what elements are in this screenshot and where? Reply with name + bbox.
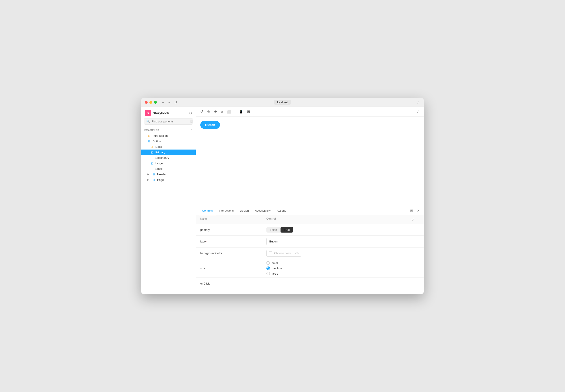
toolbar-divider <box>235 110 235 114</box>
sidebar-item-large[interactable]: ◱ Large <box>141 161 196 166</box>
radio-medium[interactable]: medium <box>266 266 282 270</box>
logo-icon: S <box>145 110 151 116</box>
panel-actions: ⊞ ✕ <box>409 208 421 214</box>
url-bar: localhost <box>274 100 291 105</box>
logo-text: Storybook <box>153 111 169 115</box>
logo-letter: S <box>147 111 149 115</box>
tab-label: Controls <box>202 209 213 212</box>
table-row: primary False True <box>196 224 424 236</box>
search-input[interactable] <box>152 120 189 123</box>
reset-column-header: ↺ <box>410 217 419 222</box>
sidebar-item-button[interactable]: ⊞ Button <box>141 139 196 144</box>
toggle-primary[interactable]: False True <box>266 227 293 233</box>
preview-button[interactable]: Button <box>200 121 220 129</box>
fullscreen-icon[interactable]: ⬜ <box>226 109 233 114</box>
controls-table: Name Control ↺ primary False True <box>196 215 424 294</box>
preview-toolbar: ↺ ⊖ ⊕ ⌕ ⬜ 📱 ⊞ ⛶ ⤢ <box>196 107 424 116</box>
component-icon: ⊞ <box>152 178 155 182</box>
toggle-false[interactable]: False <box>266 227 280 233</box>
sidebar-item-page[interactable]: ▶ ⊞ Page <box>141 177 196 182</box>
reset-all-button[interactable]: ↺ <box>410 217 415 222</box>
sidebar-item-label: Page <box>157 178 164 182</box>
row-control-onclick: - <box>266 282 419 285</box>
app-window: ← → ↺ localhost ⤢ S Storybook ⚙ <box>141 98 424 294</box>
nav-buttons: ← → ↺ <box>160 100 178 105</box>
zoom-in-icon[interactable]: ⊕ <box>213 109 218 114</box>
radio-large[interactable]: large <box>266 272 282 275</box>
mobile-icon[interactable]: 📱 <box>237 109 244 114</box>
color-picker[interactable]: Choose color... </> <box>266 250 301 257</box>
sidebar-item-label: Button <box>153 140 161 143</box>
back-button[interactable]: ← <box>160 100 165 105</box>
color-swatch <box>269 252 272 255</box>
story-icon: ◱ <box>150 167 154 170</box>
component-icon: ⊞ <box>152 173 155 176</box>
tab-accessibility[interactable]: Accessibility <box>252 206 274 215</box>
doc-icon: 🗋 <box>150 145 154 148</box>
titlebar: ← → ↺ localhost ⤢ <box>141 98 424 107</box>
zoom-out-icon[interactable]: ⊖ <box>206 109 211 114</box>
tab-design[interactable]: Design <box>237 206 252 215</box>
sidebar-item-docs[interactable]: 🗋 Docs <box>141 144 196 150</box>
expand-arrow: ▶ <box>147 178 149 181</box>
tab-actions[interactable]: Actions <box>274 206 289 215</box>
story-icon: ◱ <box>150 151 154 154</box>
close-button[interactable] <box>145 101 148 104</box>
sidebar-item-introduction[interactable]: 🗋 Introduction <box>141 133 196 139</box>
sidebar-item-small[interactable]: ◱ Small <box>141 166 196 171</box>
section-arrow: ⌃ <box>190 129 193 132</box>
table-header: Name Control ↺ <box>196 215 424 224</box>
external-link-button[interactable]: ⤢ <box>416 100 420 105</box>
row-control-size: small medium large <box>266 261 419 275</box>
zoom-reset-icon[interactable]: ⌕ <box>219 109 224 114</box>
label-input[interactable] <box>266 238 419 245</box>
doc-icon: 🗋 <box>147 134 151 137</box>
row-control-label <box>266 238 419 245</box>
name-column-header: Name <box>200 217 266 222</box>
onclick-value: - <box>266 282 267 285</box>
search-shortcut: / <box>190 120 193 123</box>
required-star: * <box>206 240 207 243</box>
tab-label: Accessibility <box>255 209 271 212</box>
expand-arrow: ▶ <box>147 173 149 176</box>
panel-close-button[interactable]: ✕ <box>416 208 421 214</box>
sidebar-item-secondary[interactable]: ◱ Secondary <box>141 155 196 161</box>
radio-circle-large <box>266 272 270 275</box>
section-header[interactable]: EXAMPLES ⌃ <box>141 127 196 133</box>
sidebar-item-label: Large <box>155 162 163 165</box>
logo-area: S Storybook <box>145 110 169 116</box>
grid-icon[interactable]: ⊞ <box>246 109 251 114</box>
tab-label: Design <box>240 209 249 212</box>
panel-layout-button[interactable]: ⊞ <box>409 208 414 214</box>
row-name-bgcolor: backgroundColor <box>200 252 266 255</box>
radio-small[interactable]: small <box>266 261 282 265</box>
table-row: label* <box>196 236 424 248</box>
toggle-true[interactable]: True <box>280 227 293 233</box>
component-icon: ⊞ <box>147 140 151 143</box>
refresh-button[interactable]: ↺ <box>174 100 178 105</box>
sync-icon[interactable]: ↺ <box>199 109 204 114</box>
search-bar[interactable]: 🔍 / <box>144 118 193 125</box>
sidebar-item-label: Introduction <box>153 134 168 137</box>
open-external-icon[interactable]: ⤢ <box>415 109 421 114</box>
tab-label: Interactions <box>219 209 233 212</box>
maximize-button[interactable] <box>154 101 157 104</box>
frame-icon[interactable]: ⛶ <box>253 109 259 114</box>
radio-size: small medium large <box>266 261 282 275</box>
minimize-button[interactable] <box>149 101 152 104</box>
row-name-onclick: onClick <box>200 282 266 285</box>
tab-controls[interactable]: Controls <box>199 206 216 215</box>
radio-label-large: large <box>272 272 278 275</box>
url-text: localhost <box>277 101 288 104</box>
sidebar-item-primary[interactable]: ◱ Primary <box>141 150 196 155</box>
sidebar-item-label: Secondary <box>155 156 169 159</box>
gear-icon[interactable]: ⚙ <box>189 111 192 115</box>
main-area: ↺ ⊖ ⊕ ⌕ ⬜ 📱 ⊞ ⛶ ⤢ Button Controls <box>196 107 424 294</box>
color-placeholder: Choose color... <box>274 252 293 255</box>
row-name-size: size <box>200 267 266 270</box>
table-row: size small <box>196 259 424 278</box>
code-icon[interactable]: </> <box>295 252 299 255</box>
tab-interactions[interactable]: Interactions <box>216 206 237 215</box>
sidebar-item-header[interactable]: ▶ ⊞ Header <box>141 171 196 177</box>
forward-button[interactable]: → <box>167 100 172 105</box>
